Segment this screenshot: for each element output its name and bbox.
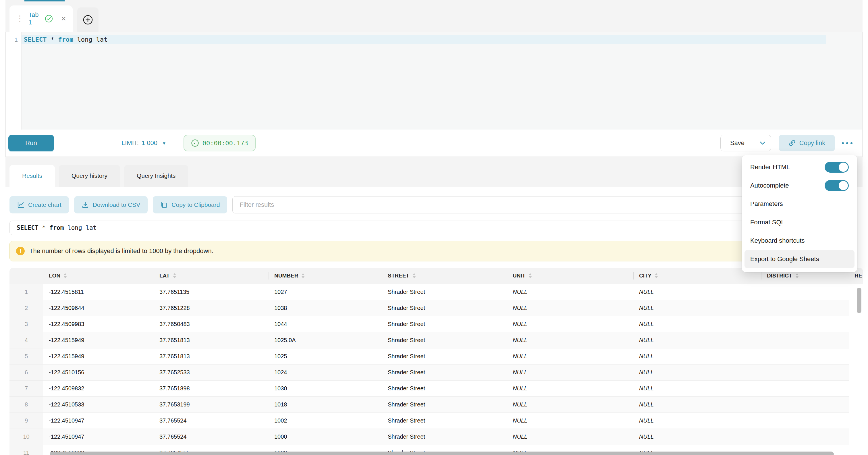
table-cell[interactable]: NULL bbox=[507, 381, 633, 396]
sql-code-line[interactable]: SELECT * from long_lat bbox=[24, 35, 107, 44]
copy-link-button[interactable]: Copy link bbox=[779, 135, 835, 151]
column-header-lon[interactable]: LON bbox=[43, 268, 154, 284]
table-cell[interactable]: Shrader Street bbox=[382, 381, 507, 396]
limit-dropdown[interactable]: LIMIT: 1 000 ▼ bbox=[122, 139, 166, 147]
run-button[interactable]: Run bbox=[8, 135, 54, 151]
table-cell[interactable]: Shrader Street bbox=[382, 429, 507, 445]
table-cell[interactable] bbox=[761, 316, 849, 332]
table-cell[interactable]: 37.7651813 bbox=[154, 332, 269, 348]
table-cell[interactable] bbox=[761, 300, 849, 316]
table-cell[interactable] bbox=[761, 332, 849, 348]
table-cell[interactable]: 37.765524 bbox=[154, 413, 269, 429]
table-cell[interactable]: NULL bbox=[507, 348, 633, 364]
menu-item-format-sql[interactable]: Format SQL bbox=[744, 213, 855, 232]
menu-item-autocomplete[interactable]: Autocomplete bbox=[744, 176, 855, 195]
download-csv-button[interactable]: Download to CSV bbox=[74, 196, 148, 213]
table-cell[interactable]: 1025.0A bbox=[269, 332, 382, 348]
save-button[interactable]: Save bbox=[721, 135, 754, 151]
menu-item-export-google-sheets[interactable]: Export to Google Sheets bbox=[744, 250, 855, 268]
table-cell[interactable]: 1038 bbox=[269, 300, 382, 316]
table-cell[interactable]: NULL bbox=[633, 429, 761, 445]
table-cell[interactable]: 37.7651228 bbox=[154, 300, 269, 316]
table-cell[interactable]: 1025 bbox=[269, 348, 382, 364]
create-chart-button[interactable]: Create chart bbox=[9, 196, 69, 213]
table-row[interactable]: 6-122.451015637.76525331024Shrader Stree… bbox=[9, 364, 849, 380]
table-cell[interactable]: NULL bbox=[507, 284, 633, 300]
tab-tab1[interactable]: ⋮ Tab 1 ✕ bbox=[9, 5, 73, 32]
table-cell[interactable]: NULL bbox=[507, 429, 633, 445]
table-cell[interactable] bbox=[761, 284, 849, 300]
table-cell[interactable] bbox=[761, 413, 849, 429]
table-cell[interactable]: NULL bbox=[633, 300, 761, 316]
table-cell[interactable]: Shrader Street bbox=[382, 316, 507, 332]
table-cell[interactable]: Shrader Street bbox=[382, 413, 507, 429]
table-cell[interactable]: -122.4515949 bbox=[43, 348, 154, 364]
table-cell[interactable] bbox=[761, 365, 849, 380]
table-cell[interactable] bbox=[761, 397, 849, 413]
table-cell[interactable]: NULL bbox=[633, 365, 761, 380]
table-cell[interactable]: NULL bbox=[507, 316, 633, 332]
table-row[interactable]: 10-122.451094737.7655241000Shrader Stree… bbox=[9, 429, 849, 445]
table-row[interactable]: 5-122.451594937.76518131025Shrader Stree… bbox=[9, 348, 849, 364]
table-cell[interactable]: 1030 bbox=[269, 381, 382, 396]
table-cell[interactable]: 37.7651898 bbox=[154, 381, 269, 396]
tab-query-insights[interactable]: Query Insights bbox=[124, 165, 188, 187]
table-cell[interactable]: Shrader Street bbox=[382, 397, 507, 413]
table-cell[interactable]: Shrader Street bbox=[382, 300, 507, 316]
table-cell[interactable] bbox=[761, 348, 849, 364]
table-cell[interactable]: 37.7650483 bbox=[154, 316, 269, 332]
table-cell[interactable]: -122.4510533 bbox=[43, 397, 154, 413]
menu-item-parameters[interactable]: Parameters bbox=[744, 195, 855, 213]
save-options-button[interactable] bbox=[754, 135, 771, 151]
menu-item-render-html[interactable]: Render HTML bbox=[744, 158, 855, 176]
table-cell[interactable]: NULL bbox=[633, 284, 761, 300]
table-cell[interactable]: 1027 bbox=[269, 284, 382, 300]
table-cell[interactable]: -122.4510156 bbox=[43, 365, 154, 380]
autocomplete-toggle[interactable] bbox=[825, 180, 849, 191]
table-row[interactable]: 1-122.451581137.76511351027Shrader Stree… bbox=[9, 284, 849, 300]
table-cell[interactable]: 1044 bbox=[269, 316, 382, 332]
table-cell[interactable]: Shrader Street bbox=[382, 284, 507, 300]
table-cell[interactable]: NULL bbox=[633, 316, 761, 332]
table-cell[interactable]: -122.4510947 bbox=[43, 429, 154, 445]
table-cell[interactable]: NULL bbox=[633, 397, 761, 413]
column-header-unit[interactable]: UNIT bbox=[507, 268, 633, 284]
table-cell[interactable]: Shrader Street bbox=[382, 365, 507, 380]
table-cell[interactable]: 1002 bbox=[269, 413, 382, 429]
table-row[interactable]: 7-122.450983237.76518981030Shrader Stree… bbox=[9, 380, 849, 396]
table-cell[interactable]: 37.765524 bbox=[154, 429, 269, 445]
more-options-button[interactable] bbox=[842, 142, 852, 144]
table-cell[interactable]: 37.7653199 bbox=[154, 397, 269, 413]
close-tab-icon[interactable]: ✕ bbox=[61, 15, 66, 23]
add-tab-button[interactable] bbox=[77, 7, 98, 32]
table-cell[interactable]: -122.4509644 bbox=[43, 300, 154, 316]
table-cell[interactable]: 1000 bbox=[269, 429, 382, 445]
table-cell[interactable]: NULL bbox=[507, 332, 633, 348]
table-cell[interactable]: Shrader Street bbox=[382, 332, 507, 348]
column-header-lat[interactable]: LAT bbox=[154, 268, 269, 284]
table-row[interactable]: 4-122.451594937.76518131025.0AShrader St… bbox=[9, 332, 849, 348]
column-header-city[interactable]: CITY bbox=[633, 268, 761, 284]
table-cell[interactable]: 1024 bbox=[269, 365, 382, 380]
table-cell[interactable]: NULL bbox=[507, 300, 633, 316]
table-cell[interactable]: NULL bbox=[507, 365, 633, 380]
vertical-scrollbar-thumb[interactable] bbox=[857, 288, 861, 313]
table-cell[interactable] bbox=[761, 381, 849, 396]
table-cell[interactable]: -122.4510947 bbox=[43, 413, 154, 429]
render-html-toggle[interactable] bbox=[825, 162, 849, 173]
copy-clipboard-button[interactable]: Copy to Clipboard bbox=[153, 196, 227, 213]
table-row[interactable]: 9-122.451094737.7655241002Shrader Street… bbox=[9, 413, 849, 429]
table-cell[interactable]: NULL bbox=[633, 413, 761, 429]
table-row[interactable]: 2-122.450964437.76512281038Shrader Stree… bbox=[9, 300, 849, 316]
table-row[interactable]: 8-122.451053337.76531991018Shrader Stree… bbox=[9, 396, 849, 413]
table-row[interactable]: 3-122.450998337.76504831044Shrader Stree… bbox=[9, 316, 849, 332]
table-cell[interactable] bbox=[761, 429, 849, 445]
table-cell[interactable]: -122.4515949 bbox=[43, 332, 154, 348]
tab-results[interactable]: Results bbox=[9, 165, 55, 187]
table-cell[interactable]: NULL bbox=[633, 381, 761, 396]
menu-item-keyboard-shortcuts[interactable]: Keyboard shortcuts bbox=[744, 232, 855, 250]
table-cell[interactable]: -122.4509983 bbox=[43, 316, 154, 332]
table-cell[interactable]: 1018 bbox=[269, 397, 382, 413]
table-cell[interactable]: 37.7651135 bbox=[154, 284, 269, 300]
table-cell[interactable]: NULL bbox=[633, 332, 761, 348]
